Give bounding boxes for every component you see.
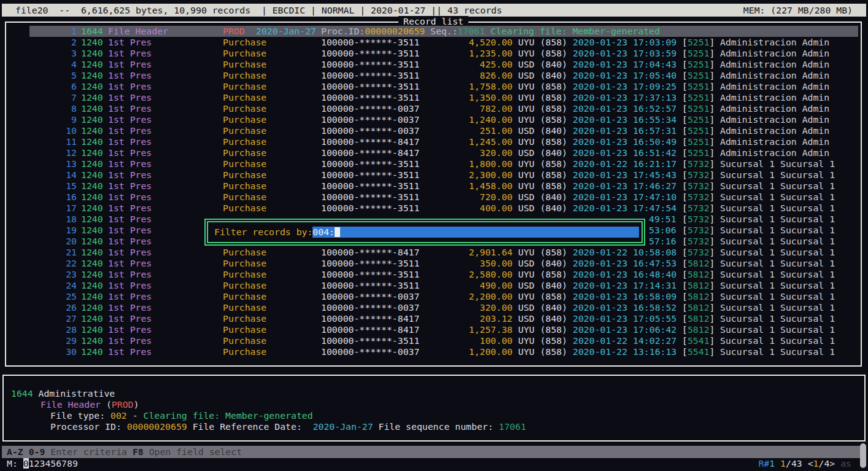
record-row[interactable]: 312401st PresPurchase100000-******-35111… xyxy=(6,48,861,59)
row-current: 1 xyxy=(780,458,786,469)
record-type: 1st Pres xyxy=(108,59,152,70)
amount: 1,240.00 xyxy=(390,114,513,125)
currency: USD (840) xyxy=(518,192,567,203)
page-close: /4> xyxy=(819,458,835,469)
record-row[interactable]: 1312401st PresPurchase100000-******-3511… xyxy=(6,158,861,169)
record-type: 1st Pres xyxy=(108,181,152,192)
currency: UYU (858) xyxy=(518,324,567,335)
record-type: 1st Pres xyxy=(108,324,152,335)
user-name: Sucursal 1 Sucursal 1 xyxy=(720,225,835,236)
terminal-id: [5812] xyxy=(682,269,715,280)
record-row[interactable]: 412401st PresPurchase100000-******-35114… xyxy=(6,59,861,70)
transaction-type: Purchase xyxy=(223,247,266,258)
amount: 1,458.00 xyxy=(390,181,513,192)
currency: USD (840) xyxy=(518,258,567,269)
amount: 100.00 xyxy=(390,335,513,346)
timestamp: 2020-01-23 16:52:57 xyxy=(573,103,676,114)
terminal-id: [5541] xyxy=(682,346,715,357)
record-row[interactable]: 2912401st PresPurchase100000-******-3511… xyxy=(6,335,861,346)
record-row[interactable]: 812401st PresPurchase100000-******-00377… xyxy=(6,103,861,114)
terminal-id: [5732] xyxy=(682,247,715,258)
record-row[interactable]: 1112401st PresPurchase100000-******-8417… xyxy=(6,136,861,147)
row-number: 9 xyxy=(15,114,77,125)
record-row[interactable]: 512401st PresPurchase100000-******-35118… xyxy=(6,70,861,81)
record-length: 1240 xyxy=(81,125,103,136)
amount: 203.12 xyxy=(390,313,513,324)
record-length: 1240 xyxy=(81,302,103,313)
record-row[interactable]: 612401st PresPurchase100000-******-35111… xyxy=(6,81,861,92)
record-length: 1240 xyxy=(81,103,103,114)
amount: 2,200.00 xyxy=(390,291,513,302)
file-date: 2020-Jan-27 xyxy=(256,26,316,37)
record-row[interactable]: 1712401st PresPurchase100000-******-3511… xyxy=(6,203,861,214)
user-name: Administracion Admin xyxy=(720,48,829,59)
currency: USD (840) xyxy=(518,147,567,158)
transaction-type: Purchase xyxy=(223,302,266,313)
terminal-id: [5251] xyxy=(682,136,715,147)
text-cursor xyxy=(335,227,340,237)
record-row[interactable]: 912401st PresPurchase100000-******-00371… xyxy=(6,114,861,125)
timestamp: 2020-01-23 17:04:43 xyxy=(573,59,676,70)
scrollbar-thumb[interactable] xyxy=(860,443,866,468)
timestamp-tail: 49:51 xyxy=(649,214,676,225)
record-row[interactable]: 1412401st PresPurchase100000-******-3511… xyxy=(6,169,861,181)
record-row-selected[interactable]: 11644File HeaderPROD2020-Jan-27Proc.ID:0… xyxy=(6,26,861,37)
record-row[interactable]: 1212401st PresPurchase100000-******-8417… xyxy=(6,147,861,158)
row-number: 1 xyxy=(15,26,77,37)
detail-line: 1644 Administrative xyxy=(11,388,115,399)
row-number: 7 xyxy=(15,92,77,103)
record-length: 1240 xyxy=(81,158,103,169)
user-name: Sucursal 1 Sucursal 1 xyxy=(720,158,835,169)
timestamp: 2020-01-23 16:47:53 xyxy=(573,258,676,269)
record-type: 1st Pres xyxy=(108,302,152,313)
user-name: Sucursal 1 Sucursal 1 xyxy=(720,269,835,280)
record-row[interactable]: 2312401st PresPurchase100000-******-3511… xyxy=(6,269,861,280)
record-row[interactable]: 2412401st PresPurchase100000-******-3511… xyxy=(6,280,861,291)
transaction-type: Purchase xyxy=(223,291,266,302)
amount: 782.00 xyxy=(390,103,513,114)
terminal-id: [5732] xyxy=(682,158,715,169)
record-length: 1240 xyxy=(81,203,103,214)
record-row[interactable]: 2212401st PresPurchase100000-******-3511… xyxy=(6,258,861,269)
row-number: 29 xyxy=(15,335,77,346)
timestamp: 2020-01-23 16:58:52 xyxy=(573,302,676,313)
transaction-type: Purchase xyxy=(223,280,266,291)
record-length: 1240 xyxy=(81,247,103,258)
currency: UYU (858) xyxy=(518,48,567,59)
record-row[interactable]: 2512401st PresPurchase100000-******-0037… xyxy=(6,291,861,302)
file-description: Clearing file: Member-generated xyxy=(490,26,660,37)
transaction-type: Purchase xyxy=(223,258,266,269)
shortcut-key: F8 xyxy=(133,446,144,457)
record-length: 1240 xyxy=(81,59,103,70)
row-number: 16 xyxy=(15,192,77,203)
record-row[interactable]: 1012401st PresPurchase100000-******-0037… xyxy=(6,125,861,136)
record-row[interactable]: 1612401st PresPurchase100000-******-3511… xyxy=(6,192,861,203)
filter-input[interactable]: 004: xyxy=(312,227,639,238)
amount: 320.00 xyxy=(390,147,513,158)
terminal-id: [5251] xyxy=(682,70,715,81)
amount: 251.00 xyxy=(390,125,513,136)
currency: USD (840) xyxy=(518,280,567,291)
filter-dialog: Filter records by: 004: xyxy=(204,219,645,246)
record-row[interactable]: 712401st PresPurchase100000-******-35111… xyxy=(6,92,861,103)
record-row[interactable]: 2812401st PresPurchase100000-******-8417… xyxy=(6,324,861,335)
currency: USD (840) xyxy=(518,203,567,214)
record-length: 1240 xyxy=(81,335,103,346)
record-row[interactable]: 2112401st PresPurchase100000-******-8417… xyxy=(6,247,861,258)
position-indicator: R#1 1/43 <1/4> as xyxy=(758,458,851,469)
file-info-bar: file20 -- 6,616,625 bytes, 10,990 record… xyxy=(2,4,866,17)
row-total: /43 xyxy=(786,458,802,469)
record-row[interactable]: 3012401st PresPurchase100000-******-0037… xyxy=(6,346,861,357)
record-type: 1st Pres xyxy=(108,92,152,103)
record-row[interactable]: 2612401st PresPurchase100000-******-0037… xyxy=(6,302,861,313)
record-row[interactable]: 1512401st PresPurchase100000-******-3511… xyxy=(6,181,861,192)
timestamp: 2020-01-23 17:14:31 xyxy=(573,280,676,291)
record-row[interactable]: 2712401st PresPurchase100000-******-8417… xyxy=(6,313,861,324)
terminal-id: [5251] xyxy=(682,81,715,92)
row-number: 3 xyxy=(15,48,77,59)
terminal-id: [5732] xyxy=(682,181,715,192)
page-open: < xyxy=(808,458,813,469)
record-length: 1240 xyxy=(81,70,103,81)
record-row[interactable]: 212401st PresPurchase100000-******-35114… xyxy=(6,37,861,48)
record-length: 1240 xyxy=(81,192,103,203)
